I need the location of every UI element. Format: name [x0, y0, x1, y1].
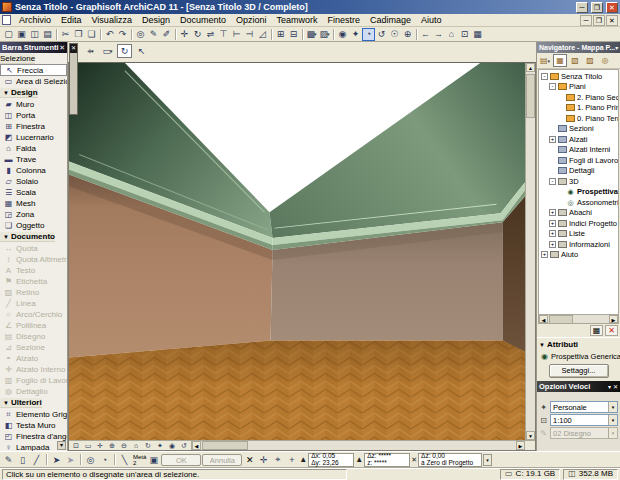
- undo-icon[interactable]: ↶: [103, 28, 116, 41]
- fit-view-icon[interactable]: ⊡: [458, 28, 471, 41]
- explore-tool-icon[interactable]: ↻: [117, 44, 132, 58]
- trim-icon[interactable]: ⊤: [217, 28, 230, 41]
- save-icon[interactable]: ◫: [28, 28, 41, 41]
- cancel-x-icon[interactable]: ✕: [243, 453, 256, 466]
- toolbox-close-icon[interactable]: ✕: [59, 44, 65, 52]
- menu-opzioni[interactable]: Opzioni: [231, 14, 272, 26]
- menu-design[interactable]: Design: [137, 14, 175, 26]
- 3d-window-icon[interactable]: ▦: [471, 28, 484, 41]
- tool-polilinea[interactable]: ∠Polilinea: [0, 320, 67, 331]
- settings-dialog-icon[interactable]: ▦: [590, 325, 603, 336]
- add-icon[interactable]: +: [285, 453, 298, 466]
- group-icon[interactable]: ⊞: [274, 28, 287, 41]
- collapse-icon[interactable]: -: [549, 178, 556, 185]
- zoom-in-icon[interactable]: ⊕: [106, 441, 118, 450]
- tool-area-di-selezione[interactable]: ▭Area di Selezione: [0, 76, 67, 87]
- z-coordinate-fields[interactable]: Δz: ***** z: *****: [364, 453, 410, 467]
- tool-lucernario[interactable]: ◩Lucernario: [0, 132, 67, 143]
- tree-item-alzati[interactable]: +Alzati: [539, 134, 618, 145]
- dropdown-arrow-icon[interactable]: ▾: [608, 428, 617, 438]
- tool-sezione[interactable]: ⊿Sezione: [0, 342, 67, 353]
- orbit-icon[interactable]: ↻: [142, 441, 154, 450]
- previous-zoom-icon[interactable]: ↺: [178, 441, 190, 450]
- horizontal-scroll-thumb[interactable]: [202, 441, 248, 450]
- tree-item-sezioni[interactable]: Sezioni: [539, 124, 618, 135]
- expand-icon[interactable]: +: [549, 220, 556, 227]
- quick-options-close-icon[interactable]: ✕: [613, 383, 618, 390]
- tree-item-2-piano-second-[interactable]: 2. Piano Second...: [539, 92, 618, 103]
- collapse-icon[interactable]: -: [549, 83, 556, 90]
- vertical-scroll-thumb[interactable]: [526, 74, 535, 118]
- layout-book-icon[interactable]: ▨: [583, 54, 597, 67]
- tool-mesh[interactable]: ▦Mesh: [0, 198, 67, 209]
- tree-item-prospettiva-g-[interactable]: ◉Prospettiva G...: [539, 187, 618, 198]
- mdi-minimize-button[interactable]: ─: [580, 15, 592, 26]
- walk-icon[interactable]: ✦: [349, 28, 362, 41]
- tool-testa-muro[interactable]: ◧Testa Muro: [0, 420, 67, 431]
- tree-item-indici-progetto[interactable]: +Indici Progetto: [539, 218, 618, 229]
- tree-item-liste[interactable]: +Liste: [539, 229, 618, 240]
- menu-finestre[interactable]: Finestre: [322, 14, 365, 26]
- home-view-icon[interactable]: ⌂: [445, 28, 458, 41]
- pet-palette-icon[interactable]: ▣: [147, 453, 160, 466]
- tree-item-fogli-di-lavoro[interactable]: Fogli di Lavoro: [539, 155, 618, 166]
- expand-icon[interactable]: +: [549, 136, 556, 143]
- 3d-projection-icon[interactable]: ◉: [336, 28, 349, 41]
- tool-muro[interactable]: ▰Muro: [0, 99, 67, 110]
- orbit-icon[interactable]: ↺: [375, 28, 388, 41]
- zoom-out-icon[interactable]: ⊖: [118, 441, 130, 450]
- minimize-button[interactable]: ─: [576, 2, 588, 13]
- next-view-icon[interactable]: →: [432, 28, 445, 41]
- tree-item-senza-titolo[interactable]: -Senza Titolo: [539, 71, 618, 82]
- tree-item-abachi[interactable]: +Abachi: [539, 208, 618, 219]
- paste-icon[interactable]: ❏: [85, 28, 98, 41]
- tool-zona[interactable]: ◲Zona: [0, 209, 67, 220]
- tree-item-1-piano-primo[interactable]: 1. Piano Primo: [539, 103, 618, 114]
- look-icon[interactable]: ◉: [166, 441, 178, 450]
- tool-trave[interactable]: ▬Trave: [0, 154, 67, 165]
- quick-option-select-02-disegno[interactable]: 02 Disegno▾: [550, 427, 618, 439]
- tree-scroll-left-icon[interactable]: ◀: [539, 315, 548, 323]
- infobox-collapsed-tab[interactable]: ✕: [69, 43, 78, 115]
- toolbox-scroll-down-icon[interactable]: ▾: [57, 441, 66, 450]
- walk-icon[interactable]: ✦: [154, 441, 166, 450]
- delete-item-icon[interactable]: ✕: [605, 325, 618, 336]
- inject-parameters-icon[interactable]: ✐: [160, 28, 173, 41]
- project-map-icon[interactable]: ▦: [553, 54, 567, 67]
- pen-weight-icon[interactable]: ✎: [2, 453, 15, 466]
- project-chooser-icon-dropdown[interactable]: ▾: [548, 58, 551, 64]
- element-snap-icon[interactable]: ◎: [84, 453, 97, 466]
- tool-retino[interactable]: ▨Retino: [0, 287, 67, 298]
- menu-edita[interactable]: Edita: [56, 14, 87, 26]
- relative-coords-icon[interactable]: ✛: [257, 453, 270, 466]
- marquee-tool-icon-dropdown[interactable]: ▾: [110, 48, 113, 54]
- xy-coordinate-fields[interactable]: Δx: 0,05 Δy: 23,26: [308, 453, 354, 467]
- scroll-up-icon[interactable]: ▲: [526, 63, 535, 72]
- explore-icon[interactable]: ◔: [362, 28, 375, 41]
- tree-item-assonometria-g-[interactable]: ◎Assonometria G...: [539, 197, 618, 208]
- zoom-in-icon[interactable]: ⊕: [401, 28, 414, 41]
- 3d-viewport[interactable]: ▲ ▼ ⊡▭✛⊕⊖⌂↻✦◉↺ ◀ ▶: [68, 62, 536, 451]
- settings-button[interactable]: Settaggi...: [549, 364, 609, 378]
- quick-option-select-1-100[interactable]: 1:100▾: [550, 414, 618, 426]
- look-to-icon[interactable]: ☉: [388, 28, 401, 41]
- origin-icon[interactable]: ⌖: [271, 453, 284, 466]
- tool-etichetta[interactable]: ⚑Etichetta: [0, 276, 67, 287]
- tool-quota[interactable]: ↔Quota: [0, 243, 67, 254]
- magnet-icon[interactable]: ◔: [98, 453, 111, 466]
- pan-icon[interactable]: ✛: [94, 441, 106, 450]
- mirror-icon[interactable]: ⇌: [204, 28, 217, 41]
- restore-button[interactable]: ❐: [591, 2, 603, 13]
- marquee-zoom-icon[interactable]: ▭: [82, 441, 94, 450]
- tree-item-aiuto[interactable]: +Aiuto: [539, 250, 618, 261]
- ungroup-icon[interactable]: ⊟: [287, 28, 300, 41]
- cursor-snap-icon[interactable]: ➤: [50, 453, 63, 466]
- layers-icon-dropdown[interactable]: ▾: [314, 31, 317, 37]
- scroll-right-icon[interactable]: ▶: [516, 441, 525, 450]
- redo-icon[interactable]: ↷: [116, 28, 129, 41]
- view-map-icon[interactable]: ▧: [568, 54, 582, 67]
- tool-alzato[interactable]: ◓Alzato: [0, 353, 67, 364]
- zoom-level-icon[interactable]: ⊡: [70, 441, 82, 450]
- toolbox-section-design[interactable]: ▼Design: [0, 88, 38, 98]
- copy-icon[interactable]: ❐: [72, 28, 85, 41]
